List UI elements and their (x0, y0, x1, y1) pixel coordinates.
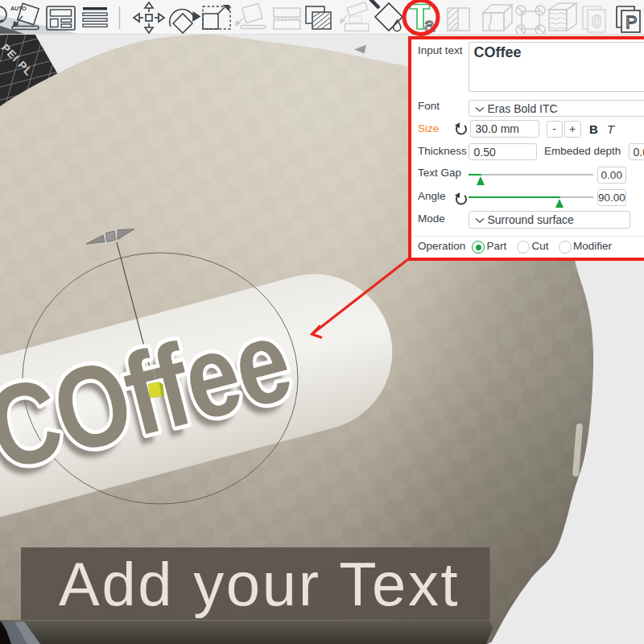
svg-text:0: 0 (592, 11, 601, 31)
svg-text:P: P (625, 12, 638, 32)
svg-text:AUTO: AUTO (10, 6, 27, 11)
svg-text:Add your Text: Add your Text (59, 550, 460, 618)
